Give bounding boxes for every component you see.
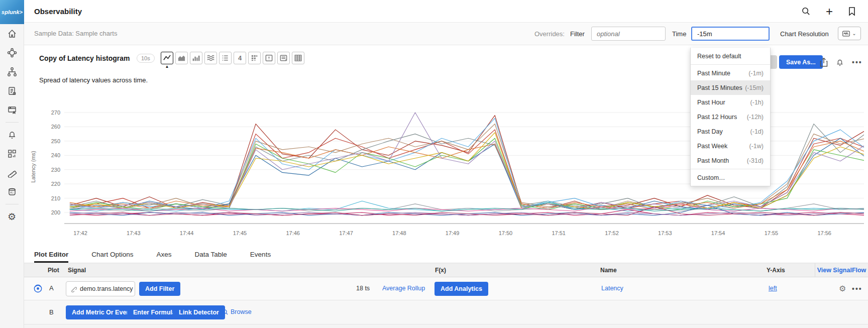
menu-item-custom[interactable]: Custom… xyxy=(691,170,770,185)
sidebar-item-logs[interactable] xyxy=(0,81,24,100)
menu-item-past-hour[interactable]: Past Hour (-1h) xyxy=(691,95,770,110)
chart-alert-button[interactable] xyxy=(835,55,844,69)
svg-text:210: 210 xyxy=(51,195,60,201)
menu-item-label: Past Week xyxy=(697,143,727,150)
svg-text:230: 230 xyxy=(51,167,60,173)
sidebar-item-data[interactable] xyxy=(0,182,24,201)
svg-text:17:55: 17:55 xyxy=(765,230,779,236)
time-label: Time xyxy=(672,30,686,38)
menu-divider xyxy=(691,64,770,65)
text-note-icon xyxy=(279,54,288,62)
chart-type-column[interactable] xyxy=(190,52,202,64)
rollup-link[interactable]: Average Rollup xyxy=(382,285,425,292)
add-analytics-button[interactable]: Add Analytics xyxy=(435,282,488,296)
signal-field-a[interactable]: demo.trans.latency xyxy=(66,281,135,296)
observability-page: splunk> xyxy=(0,0,868,328)
search-button[interactable] xyxy=(801,7,811,16)
menu-item-shortcut: (-31d) xyxy=(747,157,764,164)
breadcrumb[interactable]: Sample Data: Sample charts xyxy=(34,30,117,37)
menu-item-label: Reset to default xyxy=(697,53,741,60)
sidebar-item-home[interactable] xyxy=(0,24,24,43)
chart-type-heatmap[interactable] xyxy=(248,52,261,64)
chart-type-stacked-lines[interactable] xyxy=(204,52,217,64)
browse-link[interactable]: Browse xyxy=(222,308,252,315)
chart-type-area[interactable] xyxy=(175,52,188,64)
filter-input[interactable] xyxy=(591,27,666,41)
chart-resolution-select[interactable]: ⌄ xyxy=(838,27,861,40)
tab-chart-options[interactable]: Chart Options xyxy=(91,246,133,263)
view-signalflow-link[interactable]: View SignalFlow xyxy=(817,267,866,274)
menu-item-past-week[interactable]: Past Week (-1w) xyxy=(691,139,770,153)
plot-more-button[interactable]: ••• xyxy=(852,285,862,293)
tab-data-table[interactable]: Data Table xyxy=(195,246,227,263)
chart-type-single-value[interactable]: 4 xyxy=(234,52,246,64)
ellipsis-icon: ••• xyxy=(852,58,862,66)
time-input[interactable] xyxy=(691,27,770,41)
chart-type-line[interactable]: ▲ xyxy=(161,52,173,64)
chart-type-table[interactable] xyxy=(292,52,304,64)
sidebar-item-metrics[interactable] xyxy=(0,163,24,182)
stacked-lines-icon xyxy=(206,54,215,62)
col-signal: Signal xyxy=(68,267,86,274)
plot-name-link[interactable]: Latency xyxy=(601,285,623,292)
menu-item-label: Past Day xyxy=(697,128,723,135)
svg-text:240: 240 xyxy=(51,152,60,158)
svg-text:200: 200 xyxy=(51,209,60,215)
sidebar-item-alerts[interactable] xyxy=(0,125,24,144)
svg-text:17:50: 17:50 xyxy=(499,230,513,236)
share-button[interactable] xyxy=(819,55,828,69)
create-button[interactable]: + xyxy=(826,5,833,19)
table-icon xyxy=(294,54,302,62)
tab-events[interactable]: Events xyxy=(250,246,271,263)
sidebar-item-settings[interactable]: ⚙ xyxy=(0,207,24,226)
sidebar-item-infrastructure[interactable] xyxy=(0,62,24,81)
menu-item-past-minute[interactable]: Past Minute (-1m) xyxy=(691,66,770,80)
single-value-icon: 4 xyxy=(238,54,242,62)
gear-icon: ⚙ xyxy=(8,212,16,222)
svg-text:17:48: 17:48 xyxy=(392,230,406,236)
filter-label: Filter xyxy=(570,30,585,38)
tab-axes[interactable]: Axes xyxy=(157,246,172,263)
svg-text:250: 250 xyxy=(51,138,60,144)
save-as-button[interactable]: Save As... xyxy=(779,55,823,69)
overrides-toolbar: Sample Data: Sample charts Overrides: Fi… xyxy=(24,23,868,45)
line-chart-icon xyxy=(163,54,171,62)
link-icon xyxy=(70,286,77,292)
visibility-toggle-a[interactable] xyxy=(33,284,43,295)
plus-icon: + xyxy=(826,5,833,19)
search-icon xyxy=(801,7,811,16)
svg-text:17:44: 17:44 xyxy=(180,230,194,236)
chart-type-text[interactable] xyxy=(277,52,290,64)
y-axis-link[interactable]: left xyxy=(769,285,777,292)
sidebar-divider xyxy=(6,122,19,123)
tab-plot-editor[interactable]: Plot Editor xyxy=(34,246,68,263)
eye-icon xyxy=(33,284,43,293)
menu-item-label: Custom… xyxy=(697,174,725,181)
chart-type-event-feed[interactable] xyxy=(263,52,275,64)
sidebar-item-apm[interactable] xyxy=(0,43,24,62)
add-filter-button[interactable]: Add Filter xyxy=(139,282,180,296)
more-actions-button[interactable]: ••• xyxy=(852,55,862,69)
database-icon xyxy=(7,187,17,197)
plot-letter-b: B xyxy=(49,308,54,316)
bell-icon xyxy=(835,57,844,67)
menu-item-past-15-minutes[interactable]: Past 15 Minutes (-15m) xyxy=(691,80,770,95)
menu-item-past-month[interactable]: Past Month (-31d) xyxy=(691,153,770,168)
svg-text:17:52: 17:52 xyxy=(605,230,619,236)
svg-text:17:51: 17:51 xyxy=(552,230,566,236)
plot-row-a: A demo.trans.latency Add Filter 18 ts Av… xyxy=(24,277,868,300)
menu-item-shortcut: (-1w) xyxy=(749,143,764,150)
menu-item-reset[interactable]: Reset to default xyxy=(691,49,770,63)
splunk-logo[interactable]: splunk> xyxy=(0,0,24,24)
menu-item-past-12-hours[interactable]: Past 12 Hours (-12h) xyxy=(691,110,770,124)
sidebar-item-dashboards[interactable] xyxy=(0,144,24,163)
bell-icon xyxy=(7,130,17,140)
bookmarks-button[interactable] xyxy=(848,7,856,16)
chart-type-list[interactable] xyxy=(219,52,232,64)
sidebar-item-rum[interactable] xyxy=(0,100,24,120)
column-chart-icon xyxy=(192,54,200,62)
svg-text:17:42: 17:42 xyxy=(73,230,87,236)
plot-settings-button[interactable]: ⚙ xyxy=(839,284,846,293)
menu-item-past-day[interactable]: Past Day (-1d) xyxy=(691,124,770,139)
link-detector-button[interactable]: Link Detector xyxy=(173,305,225,319)
